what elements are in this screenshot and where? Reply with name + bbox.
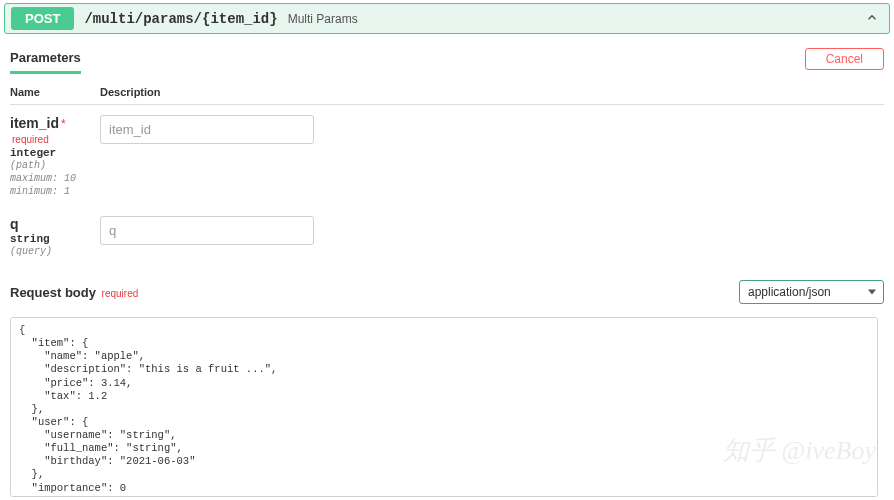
param-constraint: maximum: 10 xyxy=(10,172,100,185)
body-required-label: required xyxy=(102,288,139,299)
endpoint-summary: Multi Params xyxy=(288,12,358,26)
q-input[interactable] xyxy=(100,216,314,245)
param-location: (query) xyxy=(10,245,100,258)
content-type-select[interactable]: application/json xyxy=(739,280,884,304)
param-type: string xyxy=(10,233,100,245)
item-id-input[interactable] xyxy=(100,115,314,144)
request-body-heading: Request body xyxy=(10,285,96,300)
content-type-select-wrap[interactable]: application/json xyxy=(739,280,884,304)
col-name: Name xyxy=(10,80,100,105)
parameters-table: Name Description item_id* required integ… xyxy=(10,80,884,266)
cancel-button[interactable]: Cancel xyxy=(805,48,884,70)
param-name: item_id xyxy=(10,115,59,131)
param-constraint: minimum: 1 xyxy=(10,185,100,198)
endpoint-path: /multi/params/{item_id} xyxy=(84,11,277,27)
param-name: q xyxy=(10,216,19,232)
http-method-badge: POST xyxy=(11,7,74,30)
request-body-editor[interactable] xyxy=(10,317,878,497)
chevron-up-icon[interactable] xyxy=(865,10,879,27)
col-description: Description xyxy=(100,80,884,105)
param-row: q string (query) xyxy=(10,206,884,266)
endpoint-header[interactable]: POST /multi/params/{item_id} Multi Param… xyxy=(4,3,890,34)
param-type: integer xyxy=(10,147,100,159)
param-location: (path) xyxy=(10,159,100,172)
required-star: * xyxy=(61,117,66,131)
parameters-heading: Parameters xyxy=(10,44,81,74)
required-label: required xyxy=(12,134,49,145)
param-row: item_id* required integer (path) maximum… xyxy=(10,105,884,207)
